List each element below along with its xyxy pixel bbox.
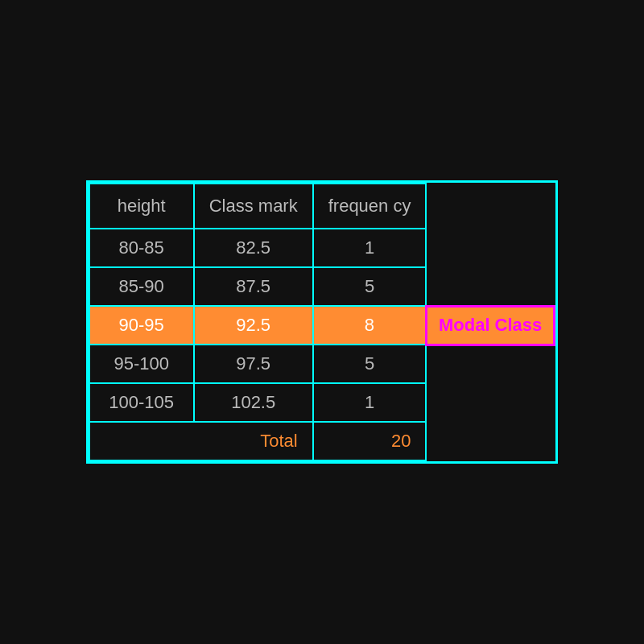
total-value: 20 xyxy=(313,422,427,460)
cell-empty xyxy=(426,345,554,383)
cell-empty xyxy=(426,383,554,422)
header-class-mark: Class mark xyxy=(194,184,313,229)
table-row: 90-9592.58Modal Class xyxy=(89,306,555,345)
header-empty xyxy=(426,184,554,229)
cell-frequency: 8 xyxy=(313,306,427,345)
cell-height: 95-100 xyxy=(89,345,194,383)
cell-height: 80-85 xyxy=(89,229,194,267)
statistics-table-wrapper: height Class mark frequen cy 80-8582.518… xyxy=(86,180,559,464)
cell-height: 90-95 xyxy=(89,306,194,345)
cell-class-mark: 92.5 xyxy=(194,306,313,345)
table-body: 80-8582.5185-9087.5590-9592.58Modal Clas… xyxy=(89,229,555,460)
header-height: height xyxy=(89,184,194,229)
cell-class-mark: 82.5 xyxy=(194,229,313,267)
modal-class-label: Modal Class xyxy=(439,315,542,335)
table-row: 100-105102.51 xyxy=(89,383,555,422)
cell-empty xyxy=(426,229,554,267)
total-row: Total20 xyxy=(89,422,555,460)
cell-height: 85-90 xyxy=(89,267,194,306)
modal-class-label-cell: Modal Class xyxy=(426,306,554,345)
total-empty xyxy=(426,422,554,460)
table-header-row: height Class mark frequen cy xyxy=(89,184,555,229)
total-label: Total xyxy=(89,422,313,460)
cell-frequency: 5 xyxy=(313,345,427,383)
header-frequency: frequen cy xyxy=(313,184,427,229)
cell-frequency: 1 xyxy=(313,383,427,422)
cell-height: 100-105 xyxy=(89,383,194,422)
statistics-table: height Class mark frequen cy 80-8582.518… xyxy=(89,183,556,461)
table-row: 85-9087.55 xyxy=(89,267,555,306)
table-row: 95-10097.55 xyxy=(89,345,555,383)
cell-empty xyxy=(426,267,554,306)
cell-class-mark: 102.5 xyxy=(194,383,313,422)
table-row: 80-8582.51 xyxy=(89,229,555,267)
cell-class-mark: 87.5 xyxy=(194,267,313,306)
cell-frequency: 1 xyxy=(313,229,427,267)
cell-class-mark: 97.5 xyxy=(194,345,313,383)
cell-frequency: 5 xyxy=(313,267,427,306)
